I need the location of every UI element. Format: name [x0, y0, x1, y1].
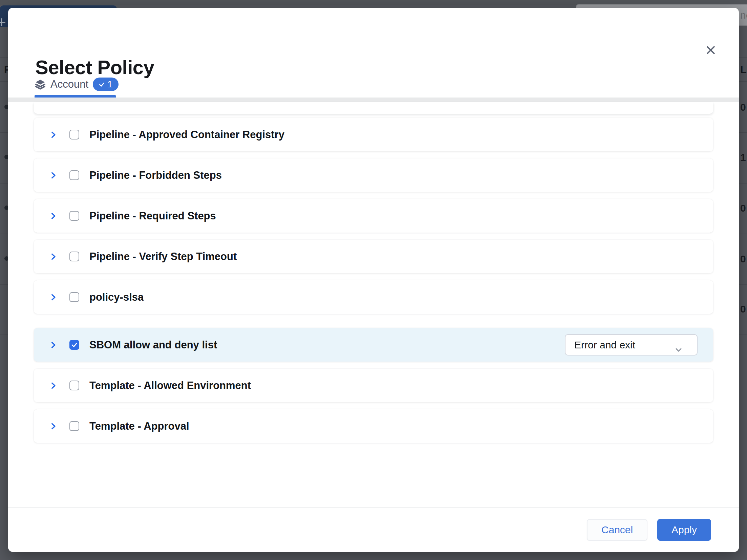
row-checkbox[interactable]	[69, 381, 79, 390]
check-icon	[99, 81, 105, 88]
backdrop-table-value: 0	[740, 202, 746, 214]
row-checkbox[interactable]	[69, 292, 79, 302]
row-checkbox[interactable]	[69, 211, 79, 221]
policy-row-label: Pipeline - Verify Step Timeout	[89, 251, 237, 263]
policy-row[interactable]: Pipeline - Required Steps	[34, 199, 713, 233]
close-icon[interactable]	[702, 42, 719, 59]
row-checkbox[interactable]	[69, 421, 79, 431]
policy-row-label: Template - Allowed Environment	[89, 380, 251, 392]
backdrop-table-value: 0	[740, 102, 746, 113]
policy-row[interactable]: Pipeline - Verify Step Timeout	[34, 240, 713, 273]
select-policy-dialog: Select Policy Account 1 Pipeline - Appro…	[8, 8, 739, 552]
policy-row[interactable]: Pipeline - Approved Container Registry	[34, 118, 713, 151]
chevron-right-icon[interactable]	[48, 129, 58, 141]
policy-row[interactable]: Pipeline - Forbidden Steps	[34, 158, 713, 192]
policy-row[interactable]: policy-slsa	[34, 280, 713, 314]
cancel-button[interactable]: Cancel	[587, 519, 647, 541]
row-checkbox[interactable]	[69, 340, 79, 350]
row-checkbox[interactable]	[69, 130, 79, 139]
tab-account[interactable]: Account 1	[35, 76, 119, 93]
tabs-divider	[8, 98, 739, 102]
backdrop-table-value: 0	[740, 303, 746, 315]
selected-count-badge: 1	[93, 78, 119, 91]
policy-row-label: Pipeline - Required Steps	[89, 210, 216, 222]
policy-row-label: Pipeline - Approved Container Registry	[89, 129, 284, 141]
plus-icon: +	[0, 13, 6, 31]
row-checkbox[interactable]	[69, 252, 79, 261]
page-title: Select Policy	[35, 56, 154, 79]
backdrop-right-column-header: L	[740, 64, 747, 76]
backdrop-search-text: ne	[740, 9, 747, 21]
row-checkbox[interactable]	[69, 170, 79, 180]
action-select[interactable]: Error and exit	[565, 334, 698, 356]
chevron-right-icon[interactable]	[48, 210, 58, 222]
selected-count: 1	[107, 79, 113, 90]
chevron-right-icon[interactable]	[48, 251, 58, 262]
dialog-footer: Cancel Apply	[8, 507, 739, 552]
chevron-right-icon[interactable]	[48, 339, 58, 351]
policy-row-label: policy-slsa	[89, 291, 144, 303]
chevron-right-icon[interactable]	[48, 380, 58, 391]
scrolled-card-fragment	[34, 102, 713, 114]
layers-icon	[35, 79, 46, 90]
policy-row[interactable]: SBOM allow and deny listError and exit	[34, 328, 713, 362]
policy-row-label: Template - Approval	[89, 420, 189, 432]
active-tab-indicator	[35, 95, 116, 98]
chevron-right-icon[interactable]	[48, 170, 58, 181]
policy-row[interactable]: Template - Approval	[34, 409, 713, 443]
chevron-right-icon[interactable]	[48, 421, 58, 432]
tab-account-label: Account	[50, 78, 88, 90]
backdrop-table-value: 0	[740, 253, 746, 265]
policy-row-label: SBOM allow and deny list	[89, 339, 217, 351]
policy-row-label: Pipeline - Forbidden Steps	[89, 169, 222, 181]
backdrop-table-value: 1	[740, 152, 746, 163]
chevron-right-icon[interactable]	[48, 292, 58, 303]
policy-row[interactable]: Template - Allowed Environment	[34, 369, 713, 402]
action-select-value: Error and exit	[574, 339, 635, 351]
apply-button[interactable]: Apply	[657, 519, 711, 541]
